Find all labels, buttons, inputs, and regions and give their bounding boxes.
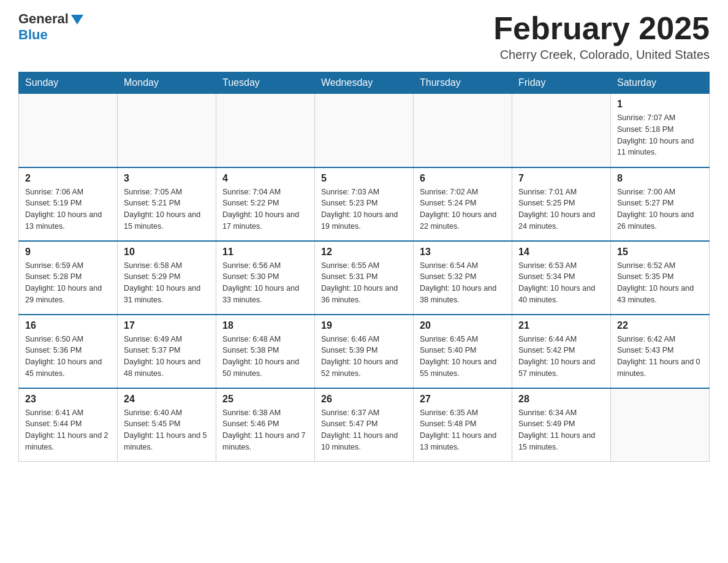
day-info: Sunrise: 6:52 AM Sunset: 5:35 PM Dayligh… bbox=[617, 260, 703, 306]
calendar-cell: 5Sunrise: 7:03 AM Sunset: 5:23 PM Daylig… bbox=[315, 167, 414, 241]
calendar-cell: 28Sunrise: 6:34 AM Sunset: 5:49 PM Dayli… bbox=[512, 388, 611, 462]
day-number: 11 bbox=[222, 247, 308, 258]
day-info: Sunrise: 6:41 AM Sunset: 5:44 PM Dayligh… bbox=[25, 407, 111, 453]
calendar-cell: 14Sunrise: 6:53 AM Sunset: 5:34 PM Dayli… bbox=[512, 241, 611, 315]
calendar-table: SundayMondayTuesdayWednesdayThursdayFrid… bbox=[18, 72, 710, 462]
calendar-cell bbox=[414, 94, 512, 167]
day-info: Sunrise: 7:07 AM Sunset: 5:18 PM Dayligh… bbox=[617, 112, 703, 158]
logo: General Blue bbox=[18, 12, 83, 43]
day-info: Sunrise: 6:37 AM Sunset: 5:47 PM Dayligh… bbox=[321, 407, 407, 453]
day-number: 21 bbox=[518, 320, 604, 331]
calendar-cell: 7Sunrise: 7:01 AM Sunset: 5:25 PM Daylig… bbox=[512, 167, 611, 241]
day-number: 8 bbox=[617, 173, 703, 184]
calendar-cell: 9Sunrise: 6:59 AM Sunset: 5:28 PM Daylig… bbox=[19, 241, 118, 315]
day-number: 1 bbox=[617, 99, 703, 110]
calendar-cell: 22Sunrise: 6:42 AM Sunset: 5:43 PM Dayli… bbox=[611, 315, 710, 388]
day-number: 27 bbox=[420, 394, 506, 405]
calendar-cell: 8Sunrise: 7:00 AM Sunset: 5:27 PM Daylig… bbox=[611, 167, 710, 241]
day-number: 17 bbox=[124, 320, 210, 331]
calendar-cell bbox=[512, 94, 611, 167]
calendar-cell: 2Sunrise: 7:06 AM Sunset: 5:19 PM Daylig… bbox=[19, 167, 118, 241]
day-info: Sunrise: 7:05 AM Sunset: 5:21 PM Dayligh… bbox=[124, 186, 210, 232]
day-number: 6 bbox=[420, 173, 506, 184]
day-info: Sunrise: 6:48 AM Sunset: 5:38 PM Dayligh… bbox=[222, 334, 308, 380]
day-info: Sunrise: 6:45 AM Sunset: 5:40 PM Dayligh… bbox=[420, 334, 506, 380]
day-number: 3 bbox=[124, 173, 210, 184]
day-info: Sunrise: 7:00 AM Sunset: 5:27 PM Dayligh… bbox=[617, 186, 703, 232]
day-number: 14 bbox=[518, 247, 604, 258]
day-info: Sunrise: 6:58 AM Sunset: 5:29 PM Dayligh… bbox=[124, 260, 210, 306]
calendar-cell: 23Sunrise: 6:41 AM Sunset: 5:44 PM Dayli… bbox=[19, 388, 118, 462]
column-header-friday: Friday bbox=[512, 72, 611, 94]
day-number: 5 bbox=[321, 173, 407, 184]
calendar-cell: 20Sunrise: 6:45 AM Sunset: 5:40 PM Dayli… bbox=[414, 315, 512, 388]
column-header-sunday: Sunday bbox=[19, 72, 118, 94]
logo-arrow-icon bbox=[71, 15, 83, 25]
calendar-header-row: SundayMondayTuesdayWednesdayThursdayFrid… bbox=[19, 72, 710, 94]
calendar-cell: 12Sunrise: 6:55 AM Sunset: 5:31 PM Dayli… bbox=[315, 241, 414, 315]
day-number: 12 bbox=[321, 247, 407, 258]
calendar-cell: 16Sunrise: 6:50 AM Sunset: 5:36 PM Dayli… bbox=[19, 315, 118, 388]
column-header-saturday: Saturday bbox=[611, 72, 710, 94]
day-number: 24 bbox=[124, 394, 210, 405]
day-number: 28 bbox=[518, 394, 604, 405]
day-number: 18 bbox=[222, 320, 308, 331]
day-info: Sunrise: 6:40 AM Sunset: 5:45 PM Dayligh… bbox=[124, 407, 210, 453]
day-info: Sunrise: 6:46 AM Sunset: 5:39 PM Dayligh… bbox=[321, 334, 407, 380]
day-info: Sunrise: 6:53 AM Sunset: 5:34 PM Dayligh… bbox=[518, 260, 604, 306]
column-header-tuesday: Tuesday bbox=[216, 72, 315, 94]
day-number: 15 bbox=[617, 247, 703, 258]
day-number: 22 bbox=[617, 320, 703, 331]
calendar-cell: 3Sunrise: 7:05 AM Sunset: 5:21 PM Daylig… bbox=[118, 167, 216, 241]
calendar-cell: 18Sunrise: 6:48 AM Sunset: 5:38 PM Dayli… bbox=[216, 315, 315, 388]
calendar-week-row: 23Sunrise: 6:41 AM Sunset: 5:44 PM Dayli… bbox=[19, 388, 710, 462]
calendar-week-row: 9Sunrise: 6:59 AM Sunset: 5:28 PM Daylig… bbox=[19, 241, 710, 315]
day-info: Sunrise: 7:03 AM Sunset: 5:23 PM Dayligh… bbox=[321, 186, 407, 232]
calendar-cell: 6Sunrise: 7:02 AM Sunset: 5:24 PM Daylig… bbox=[414, 167, 512, 241]
calendar-cell: 24Sunrise: 6:40 AM Sunset: 5:45 PM Dayli… bbox=[118, 388, 216, 462]
day-number: 19 bbox=[321, 320, 407, 331]
calendar-cell: 1Sunrise: 7:07 AM Sunset: 5:18 PM Daylig… bbox=[611, 94, 710, 167]
calendar-week-row: 2Sunrise: 7:06 AM Sunset: 5:19 PM Daylig… bbox=[19, 167, 710, 241]
calendar-cell: 17Sunrise: 6:49 AM Sunset: 5:37 PM Dayli… bbox=[118, 315, 216, 388]
day-info: Sunrise: 6:38 AM Sunset: 5:46 PM Dayligh… bbox=[222, 407, 308, 453]
column-header-thursday: Thursday bbox=[414, 72, 512, 94]
day-info: Sunrise: 6:35 AM Sunset: 5:48 PM Dayligh… bbox=[420, 407, 506, 453]
location-subtitle: Cherry Creek, Colorado, United States bbox=[493, 48, 710, 62]
column-header-monday: Monday bbox=[118, 72, 216, 94]
calendar-cell bbox=[19, 94, 118, 167]
day-info: Sunrise: 6:49 AM Sunset: 5:37 PM Dayligh… bbox=[124, 334, 210, 380]
day-info: Sunrise: 6:59 AM Sunset: 5:28 PM Dayligh… bbox=[25, 260, 111, 306]
calendar-cell: 4Sunrise: 7:04 AM Sunset: 5:22 PM Daylig… bbox=[216, 167, 315, 241]
day-number: 16 bbox=[25, 320, 111, 331]
calendar-cell: 25Sunrise: 6:38 AM Sunset: 5:46 PM Dayli… bbox=[216, 388, 315, 462]
day-info: Sunrise: 7:02 AM Sunset: 5:24 PM Dayligh… bbox=[420, 186, 506, 232]
day-info: Sunrise: 6:34 AM Sunset: 5:49 PM Dayligh… bbox=[518, 407, 604, 453]
calendar-cell bbox=[118, 94, 216, 167]
calendar-week-row: 16Sunrise: 6:50 AM Sunset: 5:36 PM Dayli… bbox=[19, 315, 710, 388]
day-info: Sunrise: 6:56 AM Sunset: 5:30 PM Dayligh… bbox=[222, 260, 308, 306]
calendar-cell: 11Sunrise: 6:56 AM Sunset: 5:30 PM Dayli… bbox=[216, 241, 315, 315]
calendar-cell: 26Sunrise: 6:37 AM Sunset: 5:47 PM Dayli… bbox=[315, 388, 414, 462]
day-info: Sunrise: 6:44 AM Sunset: 5:42 PM Dayligh… bbox=[518, 334, 604, 380]
day-info: Sunrise: 7:06 AM Sunset: 5:19 PM Dayligh… bbox=[25, 186, 111, 232]
day-number: 13 bbox=[420, 247, 506, 258]
day-number: 9 bbox=[25, 247, 111, 258]
day-number: 23 bbox=[25, 394, 111, 405]
calendar-cell: 10Sunrise: 6:58 AM Sunset: 5:29 PM Dayli… bbox=[118, 241, 216, 315]
logo-text-general: General bbox=[18, 12, 69, 26]
calendar-cell bbox=[315, 94, 414, 167]
day-number: 10 bbox=[124, 247, 210, 258]
title-area: February 2025 Cherry Creek, Colorado, Un… bbox=[493, 12, 710, 62]
day-info: Sunrise: 6:55 AM Sunset: 5:31 PM Dayligh… bbox=[321, 260, 407, 306]
day-info: Sunrise: 6:42 AM Sunset: 5:43 PM Dayligh… bbox=[617, 334, 703, 380]
day-number: 2 bbox=[25, 173, 111, 184]
month-title: February 2025 bbox=[493, 12, 710, 44]
day-info: Sunrise: 6:54 AM Sunset: 5:32 PM Dayligh… bbox=[420, 260, 506, 306]
calendar-cell: 19Sunrise: 6:46 AM Sunset: 5:39 PM Dayli… bbox=[315, 315, 414, 388]
day-info: Sunrise: 6:50 AM Sunset: 5:36 PM Dayligh… bbox=[25, 334, 111, 380]
day-number: 4 bbox=[222, 173, 308, 184]
day-number: 7 bbox=[518, 173, 604, 184]
calendar-cell bbox=[611, 388, 710, 462]
calendar-cell: 13Sunrise: 6:54 AM Sunset: 5:32 PM Dayli… bbox=[414, 241, 512, 315]
